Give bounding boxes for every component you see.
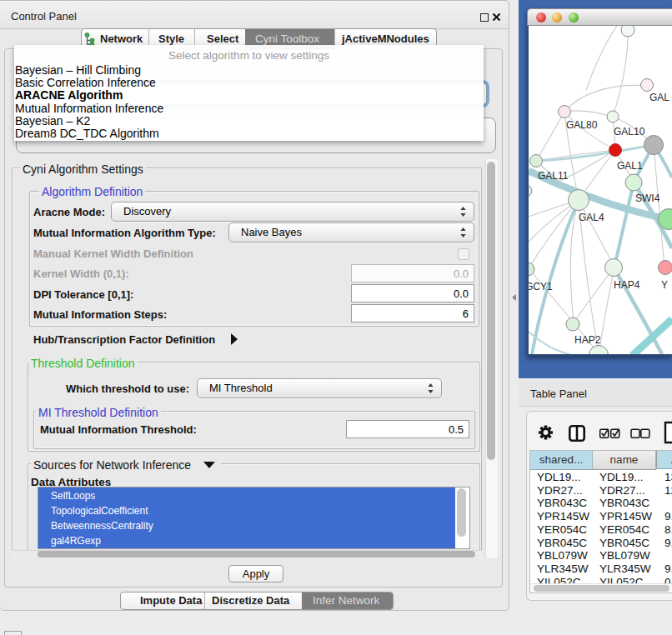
svg-text:SWI4: SWI4 (635, 192, 660, 204)
svg-text:GAL10: GAL10 (614, 126, 645, 138)
svg-text:GAL1: GAL1 (617, 160, 643, 172)
svg-text:GAL80: GAL80 (566, 119, 598, 131)
svg-text:Y: Y (661, 279, 668, 291)
svg-text:GAL11: GAL11 (538, 170, 569, 182)
svg-text:HAP2: HAP2 (574, 334, 601, 346)
svg-text:HAP4: HAP4 (614, 279, 640, 291)
svg-text:GAL: GAL (649, 92, 669, 103)
svg-text:GCY1: GCY1 (529, 281, 553, 292)
svg-text:GAL4: GAL4 (579, 212, 604, 223)
